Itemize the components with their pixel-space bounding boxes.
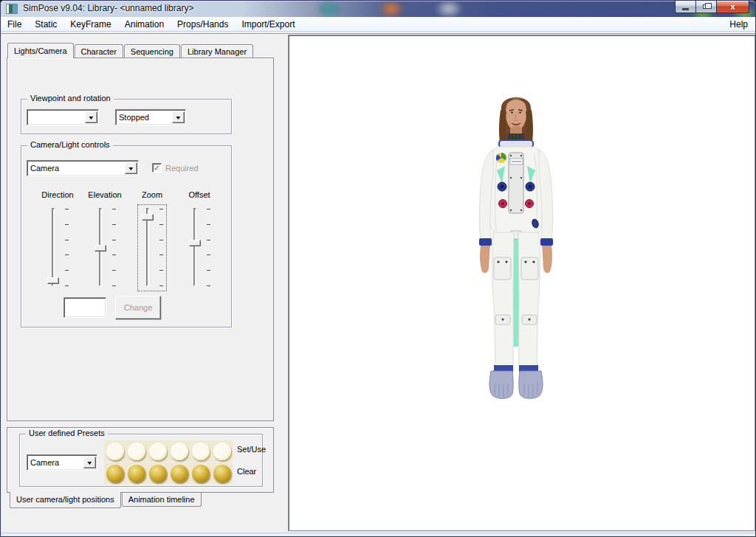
wallpaper-blob (320, 2, 339, 15)
slider-column-offset: Offset (180, 190, 219, 289)
tab-lights-camera[interactable]: Lights/Camera (7, 43, 74, 58)
menu-static[interactable]: Static (28, 18, 63, 31)
viewpoint-select[interactable]: ▼ (27, 109, 99, 125)
slider-tick (112, 254, 116, 255)
value-input[interactable] (63, 297, 106, 318)
window-bottom-frame (1, 533, 755, 536)
preset-clear-button[interactable] (147, 462, 168, 484)
menu-props-hands[interactable]: Props/Hands (171, 18, 235, 31)
menu-help[interactable]: Help (722, 18, 755, 31)
slider-label-direction: Direction (41, 190, 73, 199)
preset-clear-button[interactable] (104, 462, 126, 484)
slider-tick (159, 254, 163, 255)
restore-button[interactable] (696, 1, 716, 13)
camera-light-group: Camera/Light controls Camera ▼ ✓ Require… (21, 145, 232, 328)
slider-tick (207, 270, 210, 271)
preset-empty-icon (171, 443, 188, 460)
slider-elevation[interactable] (92, 207, 117, 289)
preset-set-button[interactable] (147, 440, 168, 462)
viewpoint-group-title: Viewpoint and rotation (27, 94, 114, 103)
slider-track (52, 208, 55, 286)
preset-clear-button[interactable] (126, 462, 147, 484)
preset-filled-icon (149, 465, 167, 482)
tab-animation-timeline[interactable]: Animation timeline (122, 493, 202, 507)
preset-clear-button[interactable] (211, 462, 233, 484)
slider-zoom[interactable] (140, 207, 165, 289)
slider-tick (112, 209, 116, 209)
slider-thumb-zoom[interactable] (142, 214, 154, 221)
close-button[interactable]: x (716, 1, 749, 13)
slider-tick (65, 285, 69, 286)
slider-tick (159, 240, 163, 240)
slider-tick (65, 254, 69, 255)
slider-tick (159, 224, 163, 225)
slider-tick (159, 270, 163, 271)
preset-set-button[interactable] (211, 440, 233, 462)
preset-clear-button[interactable] (168, 462, 190, 484)
character-boot-left (489, 371, 513, 398)
preset-set-button[interactable] (126, 440, 147, 462)
menubar: FileStaticKeyFrameAnimationProps/HandsIm… (1, 17, 755, 32)
preset-filled-icon (213, 465, 231, 482)
clear-label: Clear (237, 467, 256, 476)
presets-group: User defined Presets Camera ▼ Set/Use Cl… (19, 434, 263, 487)
required-checkbox[interactable]: ✓ (152, 163, 162, 173)
slider-offset[interactable] (187, 207, 212, 289)
lights-camera-page: Viewpoint and rotation ▼ Stopped ▼ Camer… (7, 58, 274, 421)
preset-set-button[interactable] (104, 440, 126, 462)
preset-filled-icon (106, 465, 124, 482)
slider-tick (207, 209, 210, 209)
slider-thumb-offset[interactable] (189, 240, 201, 246)
menu-animation[interactable]: Animation (118, 18, 171, 31)
camera-light-group-title: Camera/Light controls (27, 140, 113, 149)
change-button[interactable]: Change (115, 296, 161, 319)
menu-file[interactable]: File (1, 18, 28, 31)
minimize-icon (682, 8, 689, 10)
menu-import-export[interactable]: Import/Export (235, 18, 301, 31)
window-title: SimPose v9.04: Library- <unnamed library… (23, 3, 193, 13)
menu-items: FileStaticKeyFrameAnimationProps/HandsIm… (1, 18, 302, 31)
wallpaper-blob (382, 2, 401, 15)
viewport-3d[interactable] (288, 35, 755, 531)
slider-column-zoom: Zoom (133, 190, 171, 289)
minimize-button[interactable] (675, 1, 696, 13)
slider-tick (207, 224, 210, 225)
character-boot-right (519, 371, 543, 398)
slider-column-elevation: Elevation (86, 190, 124, 289)
chevron-down-icon[interactable]: ▼ (85, 111, 97, 123)
chevron-down-icon[interactable]: ▼ (125, 162, 137, 174)
preset-set-button[interactable] (168, 440, 190, 462)
character-astronaut (468, 88, 564, 401)
rotation-select-value: Stopped (116, 113, 172, 122)
slider-label-offset: Offset (188, 190, 210, 199)
slider-tick (207, 240, 210, 240)
preset-filled-icon (192, 465, 210, 482)
preset-empty-icon (149, 443, 167, 460)
camera-light-target-select[interactable]: Camera ▼ (27, 160, 139, 176)
tab-user-camera-light-positions[interactable]: User camera/light positions (10, 492, 121, 508)
slider-thumb-elevation[interactable] (94, 245, 106, 252)
character-leg-left (492, 232, 514, 383)
tab-character[interactable]: Character (75, 44, 123, 58)
slider-direction[interactable] (45, 207, 70, 289)
presets-target-select[interactable]: Camera ▼ (27, 454, 97, 471)
menu-keyframe[interactable]: KeyFrame (63, 18, 117, 31)
chevron-down-icon[interactable]: ▼ (83, 457, 96, 468)
preset-clear-button[interactable] (190, 462, 211, 484)
viewpoint-group: Viewpoint and rotation ▼ Stopped ▼ (21, 99, 232, 134)
window-controls: x (675, 1, 749, 13)
close-icon: x (730, 3, 735, 11)
tab-sequencing[interactable]: Sequencing (124, 44, 180, 58)
titlebar: SimPose v9.04: Library- <unnamed library… (1, 1, 755, 17)
slider-label-elevation: Elevation (88, 190, 121, 199)
slider-tick (159, 285, 163, 286)
required-checkbox-label: Required (165, 164, 199, 173)
rotation-select[interactable]: Stopped ▼ (115, 109, 186, 125)
preset-empty-icon (192, 443, 210, 460)
preset-set-button[interactable] (190, 440, 211, 462)
app-icon (6, 4, 18, 14)
tab-library-manager[interactable]: Library Manager (181, 44, 253, 58)
slider-tick (112, 224, 116, 225)
chevron-down-icon[interactable]: ▼ (172, 111, 185, 123)
slider-thumb-direction[interactable] (47, 277, 59, 284)
